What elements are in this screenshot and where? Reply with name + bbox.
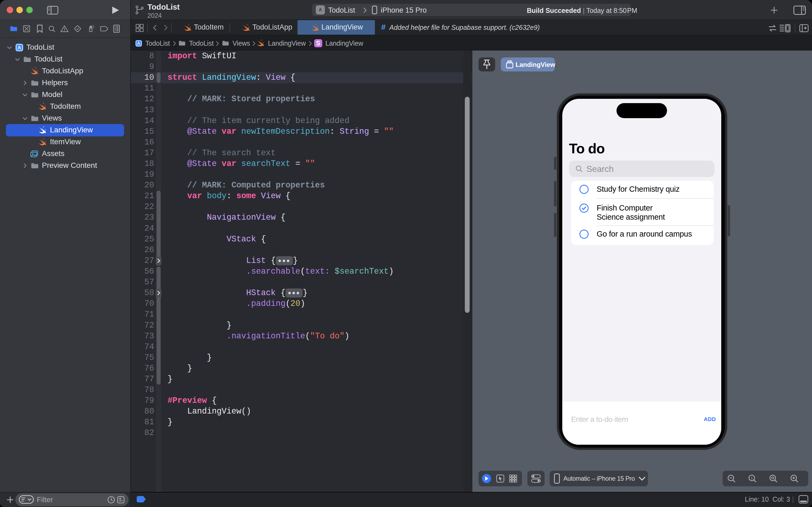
svg-text:1: 1 [751, 476, 753, 480]
